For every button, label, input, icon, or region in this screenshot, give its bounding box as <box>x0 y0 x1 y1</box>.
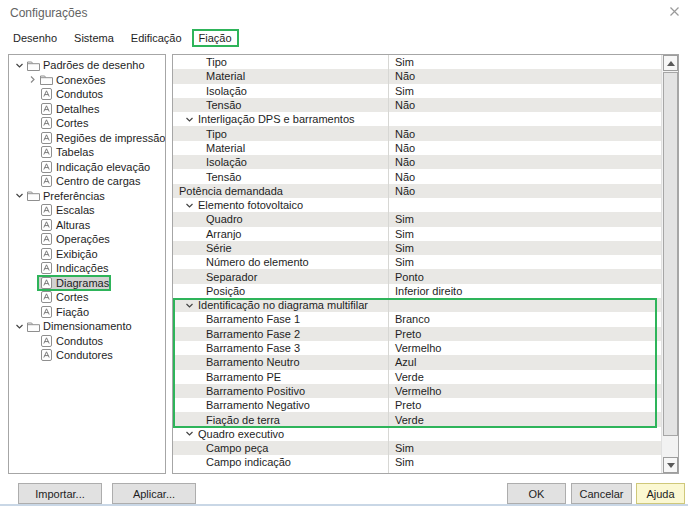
property-value[interactable]: Não <box>388 128 415 140</box>
property-value[interactable]: Sim <box>388 256 414 268</box>
cancel-button[interactable]: Cancelar <box>571 483 632 504</box>
tree-item-indicacoes[interactable]: Indicações <box>9 261 165 276</box>
tree-item-conexoes[interactable]: Conexões <box>9 73 165 88</box>
grid-row-tensao[interactable]: TensãoNão <box>173 98 661 112</box>
tab-fiacao[interactable]: Fiação <box>192 29 239 47</box>
tree-item-preferencias[interactable]: Preferências <box>9 189 165 204</box>
chevron-down-icon[interactable] <box>185 201 194 210</box>
grid-group-elemento-fotovoltaico[interactable]: Elemento fotovoltaico <box>173 198 661 212</box>
scroll-down-arrow-icon[interactable] <box>663 457 678 473</box>
property-value[interactable]: Sim <box>388 456 414 468</box>
tree-item-padroes-de-desenho[interactable]: Padrões de desenho <box>9 58 165 73</box>
chevron-down-icon[interactable] <box>13 322 26 331</box>
help-button[interactable]: Ajuda <box>636 483 685 504</box>
grid-group-interligacao-dps-e-barramentos[interactable]: Interligação DPS e barramentos <box>173 112 661 126</box>
ok-button[interactable]: OK <box>507 483 566 504</box>
tree-item-regioes-de-impressao[interactable]: Regiões de impressão <box>9 131 165 146</box>
property-value[interactable]: Verde <box>388 371 424 383</box>
tree-item-fiacao[interactable]: Fiação <box>9 305 165 320</box>
property-value[interactable]: Verde <box>388 414 424 426</box>
tree-item-detalhes[interactable]: Detalhes <box>9 102 165 117</box>
grid-row-barramento-positivo[interactable]: Barramento PositivoVermelho <box>173 384 661 398</box>
property-value[interactable]: Não <box>388 70 415 82</box>
grid-row-tipo[interactable]: TipoSim <box>173 55 661 69</box>
property-name: Separador <box>206 271 257 283</box>
scrollbar-thumb[interactable] <box>663 72 678 436</box>
property-value[interactable]: Vermelho <box>388 342 441 354</box>
property-name: Elemento fotovoltaico <box>198 199 303 211</box>
property-value[interactable]: Vermelho <box>388 385 441 397</box>
grid-row-potencia-demandada[interactable]: Potência demandadaNão <box>173 184 661 198</box>
close-icon[interactable] <box>663 2 685 20</box>
property-value[interactable]: Branco <box>388 313 430 325</box>
property-value[interactable]: Azul <box>388 356 416 368</box>
tree-item-label: Preferências <box>43 190 105 202</box>
chevron-right-icon[interactable] <box>26 75 39 84</box>
grid-row-campo-peca[interactable]: Campo peçaSim <box>173 441 661 455</box>
tree-item-alturas[interactable]: Alturas <box>9 218 165 233</box>
property-value[interactable]: Não <box>388 171 415 183</box>
property-value[interactable]: Não <box>388 156 415 168</box>
grid-row-material[interactable]: MaterialNão <box>173 141 661 155</box>
chevron-down-icon[interactable] <box>185 429 194 438</box>
tree-item-tabelas[interactable]: Tabelas <box>9 145 165 160</box>
tree-item-dimensionamento[interactable]: Dimensionamento <box>9 319 165 334</box>
grid-row-barramento-fase-3[interactable]: Barramento Fase 3Vermelho <box>173 341 661 355</box>
tree-item-diagramas[interactable]: Diagramas <box>9 276 165 291</box>
apply-button[interactable]: Aplicar... <box>112 483 196 504</box>
property-value[interactable]: Sim <box>388 228 414 240</box>
tree-item-condutores[interactable]: Condutores <box>9 348 165 363</box>
grid-row-arranjo[interactable]: ArranjoSim <box>173 227 661 241</box>
property-value[interactable]: Sim <box>388 85 414 97</box>
tree-item-exibicao[interactable]: Exibição <box>9 247 165 262</box>
chevron-down-icon[interactable] <box>13 191 26 200</box>
tree-item-cortes[interactable]: Cortes <box>9 290 165 305</box>
grid-row-quadro[interactable]: QuadroSim <box>173 212 661 226</box>
property-value[interactable]: Não <box>388 185 415 197</box>
grid-row-campo-indicacao[interactable]: Campo indicaçãoSim <box>173 455 661 469</box>
tree-item-cortes[interactable]: Cortes <box>9 116 165 131</box>
grid-row-barramento-pe[interactable]: Barramento PEVerde <box>173 370 661 384</box>
tree-item-indicacao-elevacao[interactable]: Indicação elevação <box>9 160 165 175</box>
scroll-up-arrow-icon[interactable] <box>663 55 678 71</box>
import-button[interactable]: Importar... <box>18 483 102 504</box>
grid-row-barramento-negativo[interactable]: Barramento NegativoPreto <box>173 398 661 412</box>
property-value[interactable]: Não <box>388 99 415 111</box>
property-value[interactable]: Ponto <box>388 271 424 283</box>
tree-item-condutos[interactable]: Condutos <box>9 334 165 349</box>
grid-row-fiacao-de-terra[interactable]: Fiação de terraVerde <box>173 412 661 426</box>
property-value[interactable]: Preto <box>388 328 421 340</box>
grid-row-tipo[interactable]: TipoNão <box>173 126 661 140</box>
grid-group-identificacao-no-diagrama-multifilar[interactable]: Identificação no diagrama multifilar <box>173 298 661 312</box>
tab-edificacao[interactable]: Edificação <box>124 29 189 47</box>
property-value[interactable]: Sim <box>388 442 414 454</box>
chevron-down-icon[interactable] <box>13 61 26 70</box>
tree-item-condutos[interactable]: Condutos <box>9 87 165 102</box>
property-value[interactable]: Inferior direito <box>388 285 462 297</box>
property-value[interactable]: Sim <box>388 56 414 68</box>
tree-item-operacoes[interactable]: Operações <box>9 232 165 247</box>
grid-row-isolacao[interactable]: IsolaçãoSim <box>173 84 661 98</box>
grid-row-material[interactable]: MaterialNão <box>173 69 661 83</box>
chevron-down-icon[interactable] <box>185 115 194 124</box>
tab-desenho[interactable]: Desenho <box>6 29 64 47</box>
grid-row-barramento-fase-2[interactable]: Barramento Fase 2Preto <box>173 327 661 341</box>
chevron-down-icon[interactable] <box>185 301 194 310</box>
grid-row-barramento-fase-1[interactable]: Barramento Fase 1Branco <box>173 312 661 326</box>
property-value[interactable]: Sim <box>388 242 414 254</box>
grid-row-barramento-neutro[interactable]: Barramento NeutroAzul <box>173 355 661 369</box>
grid-row-serie[interactable]: SérieSim <box>173 241 661 255</box>
grid-row-numero-do-elemento[interactable]: Número do elementoSim <box>173 255 661 269</box>
vertical-scrollbar[interactable] <box>661 55 678 473</box>
property-value[interactable]: Sim <box>388 213 414 225</box>
tree-item-escalas[interactable]: Escalas <box>9 203 165 218</box>
property-value[interactable]: Preto <box>388 399 421 411</box>
tab-sistema[interactable]: Sistema <box>67 29 121 47</box>
property-value[interactable]: Não <box>388 142 415 154</box>
grid-group-quadro-executivo[interactable]: Quadro executivo <box>173 427 661 441</box>
grid-row-isolacao[interactable]: IsolaçãoNão <box>173 155 661 169</box>
grid-row-separador[interactable]: SeparadorPonto <box>173 269 661 283</box>
tree-item-centro-de-cargas[interactable]: Centro de cargas <box>9 174 165 189</box>
grid-row-tensao[interactable]: TensãoNão <box>173 169 661 183</box>
grid-row-posicao[interactable]: PosiçãoInferior direito <box>173 284 661 298</box>
